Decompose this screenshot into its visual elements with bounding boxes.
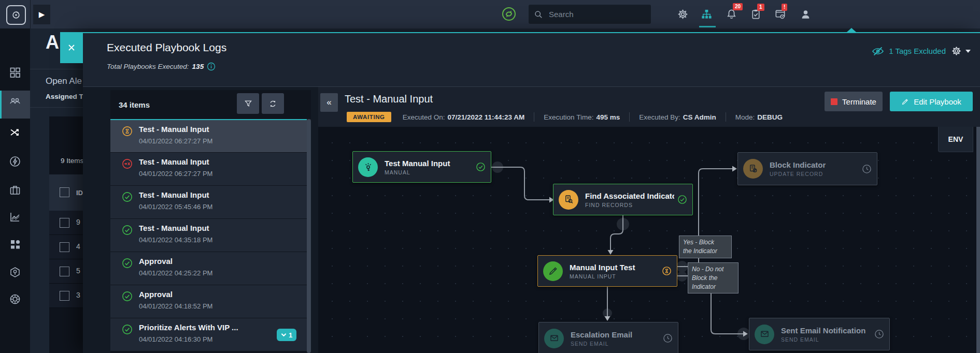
success-status-icon bbox=[122, 324, 133, 335]
execution-info-row: AWAITING Executed On: 07/21/2022 11:44:2… bbox=[347, 112, 783, 122]
playbook-run-item-selected[interactable]: Test - Manual Input 04/01/2022 06:27:27 … bbox=[110, 119, 307, 153]
playbook-run-timestamp: 04/01/2022 04:25:22 PM bbox=[139, 269, 212, 277]
env-toggle[interactable]: ENV bbox=[938, 127, 973, 152]
node-test-manual-input[interactable]: Test Manual Input MANUAL bbox=[352, 151, 491, 183]
modal-settings-button[interactable] bbox=[951, 46, 971, 56]
terminate-button[interactable]: Terminate bbox=[825, 92, 883, 111]
playbook-run-timestamp: 04/01/2022 06:27:27 PM bbox=[139, 137, 212, 145]
close-modal-button[interactable] bbox=[60, 32, 83, 63]
eye-slash-icon bbox=[872, 46, 884, 56]
playbook-run-timestamp: 04/01/2022 04:16:30 PM bbox=[139, 335, 212, 343]
automation-icon[interactable] bbox=[9, 155, 21, 168]
failed-status-icon bbox=[122, 158, 133, 169]
node-manual-input-test[interactable]: Manual Input Test MANUAL INPUT bbox=[537, 255, 677, 287]
success-status-icon bbox=[476, 162, 486, 172]
filter-button[interactable] bbox=[237, 93, 259, 114]
search-input[interactable] bbox=[548, 9, 638, 19]
success-status-icon bbox=[122, 225, 133, 236]
row-checkbox[interactable] bbox=[60, 291, 69, 301]
edit-playbook-button[interactable]: Edit Playbook bbox=[890, 92, 973, 111]
navbar-divider bbox=[30, 0, 31, 28]
canvas-scrollbar-thumb[interactable] bbox=[976, 127, 980, 353]
expand-play-button[interactable]: ▶ bbox=[33, 5, 50, 24]
terminate-label: Terminate bbox=[842, 97, 876, 106]
row-checkbox[interactable] bbox=[60, 242, 69, 252]
playbook-run-title: Approval bbox=[139, 290, 173, 299]
info-icon[interactable] bbox=[207, 62, 216, 71]
pending-status-icon bbox=[663, 333, 673, 343]
child-runs-badge[interactable]: 1 bbox=[277, 329, 296, 341]
playbook-run-item[interactable]: Test - Manual Input 04/01/2022 04:35:18 … bbox=[110, 219, 307, 252]
brand-logo-icon[interactable] bbox=[6, 5, 26, 25]
success-status-icon bbox=[122, 192, 133, 202]
edge-label-no-branch: No - Do not Block the Indicator bbox=[688, 262, 738, 293]
execution-time-value: 495 ms bbox=[596, 113, 620, 121]
table-item-count: 9 Items bbox=[61, 157, 83, 165]
detail-header: « Test - Manual Input AWAITING Executed … bbox=[318, 87, 980, 127]
tags-excluded-label: 1 Tags Excluded bbox=[889, 47, 946, 55]
playbook-run-item[interactable]: Approval 04/01/2022 04:18:52 PM bbox=[110, 285, 307, 318]
detail-title: Test - Manual Input bbox=[345, 93, 433, 105]
system-health-icon[interactable] bbox=[502, 7, 516, 21]
resources-briefcase-icon[interactable] bbox=[9, 184, 21, 196]
playbook-run-title: Test - Manual Input bbox=[139, 157, 209, 166]
reports-chart-icon[interactable] bbox=[9, 211, 21, 223]
search-icon bbox=[534, 10, 543, 19]
user-profile-icon[interactable] bbox=[800, 8, 812, 20]
node-subtitle: UPDATE RECORD bbox=[770, 171, 859, 177]
total-label: Total Playbooks Executed: bbox=[107, 63, 189, 70]
node-escalation-email[interactable]: Escalation Email SEND EMAIL bbox=[538, 322, 678, 353]
row-id: 5 bbox=[76, 267, 80, 275]
dashboard-icon[interactable] bbox=[9, 66, 21, 79]
edit-playbook-label: Edit Playbook bbox=[914, 97, 961, 106]
canvas-scrollbar bbox=[976, 127, 980, 353]
total-value: 135 bbox=[192, 63, 204, 70]
mode-label: Mode: bbox=[735, 113, 755, 121]
find-records-icon bbox=[559, 190, 578, 210]
row-id: 9 bbox=[76, 218, 80, 226]
collapse-panel-button[interactable]: « bbox=[320, 93, 338, 112]
total-playbooks-executed: Total Playbooks Executed: 135 bbox=[107, 62, 216, 71]
playbook-run-item[interactable]: Prioritize Alerts With VIP ... 04/01/202… bbox=[110, 318, 307, 351]
stop-square-icon bbox=[831, 98, 837, 105]
knowledge-hexagon-icon[interactable] bbox=[9, 266, 21, 278]
execution-time-label: Execution Time: bbox=[544, 113, 593, 121]
mode-value: DEBUG bbox=[757, 113, 783, 121]
help-wheel-icon[interactable] bbox=[9, 293, 21, 305]
node-title: Test Manual Input bbox=[385, 159, 473, 168]
executed-playbooks-sitemap-icon[interactable] bbox=[701, 8, 713, 20]
node-find-associated-indicators[interactable]: Find Associated Indicators FIND RECORDS bbox=[553, 184, 693, 215]
executed-by-value: CS Admin bbox=[683, 113, 716, 121]
manual-input-pencil-icon bbox=[543, 261, 563, 281]
playbook-detail-panel: « Test - Manual Input AWAITING Executed … bbox=[318, 87, 980, 353]
refresh-button[interactable] bbox=[262, 93, 284, 114]
gear-icon bbox=[951, 46, 962, 56]
executed-on-label: Executed On: bbox=[403, 113, 445, 121]
incidents-shuffle-icon[interactable] bbox=[9, 126, 21, 139]
widgets-icon[interactable] bbox=[9, 238, 21, 251]
success-status-icon bbox=[122, 291, 133, 302]
pending-status-icon bbox=[874, 329, 884, 339]
row-id: 3 bbox=[76, 291, 80, 299]
node-block-indicator[interactable]: Block Indicator UPDATE RECORD bbox=[737, 152, 877, 185]
settings-gear-icon[interactable] bbox=[677, 8, 689, 20]
playbook-run-timestamp: 04/01/2022 04:18:52 PM bbox=[139, 302, 212, 310]
row-checkbox[interactable] bbox=[60, 267, 69, 276]
list-scrollbar-thumb[interactable] bbox=[307, 119, 311, 353]
tab-open-alerts[interactable]: Open Ale bbox=[46, 76, 85, 86]
playbook-run-item[interactable]: Approval 04/01/2022 04:25:22 PM bbox=[110, 252, 307, 285]
playbook-run-item[interactable]: Test - Manual Input 04/01/2022 06:27:27 … bbox=[110, 153, 307, 186]
global-search bbox=[529, 5, 651, 24]
playbook-run-item[interactable]: Test - Manual Input 04/01/2022 05:45:46 … bbox=[110, 186, 307, 219]
send-email-icon bbox=[755, 325, 774, 344]
playbook-graph-canvas[interactable]: ENV Test Manual Input MANUAL bbox=[318, 127, 976, 353]
tags-excluded-link[interactable]: 1 Tags Excluded bbox=[872, 46, 946, 56]
divider bbox=[534, 112, 534, 122]
teams-icon[interactable] bbox=[9, 95, 21, 107]
node-subtitle: SEND EMAIL bbox=[571, 341, 660, 347]
node-sent-email-notification[interactable]: Sent Email Notification SEND EMAIL bbox=[749, 318, 890, 350]
select-all-checkbox[interactable] bbox=[60, 187, 69, 197]
left-nav-rail bbox=[0, 28, 30, 353]
row-checkbox[interactable] bbox=[60, 218, 69, 228]
node-title: Manual Input Test bbox=[570, 263, 659, 272]
